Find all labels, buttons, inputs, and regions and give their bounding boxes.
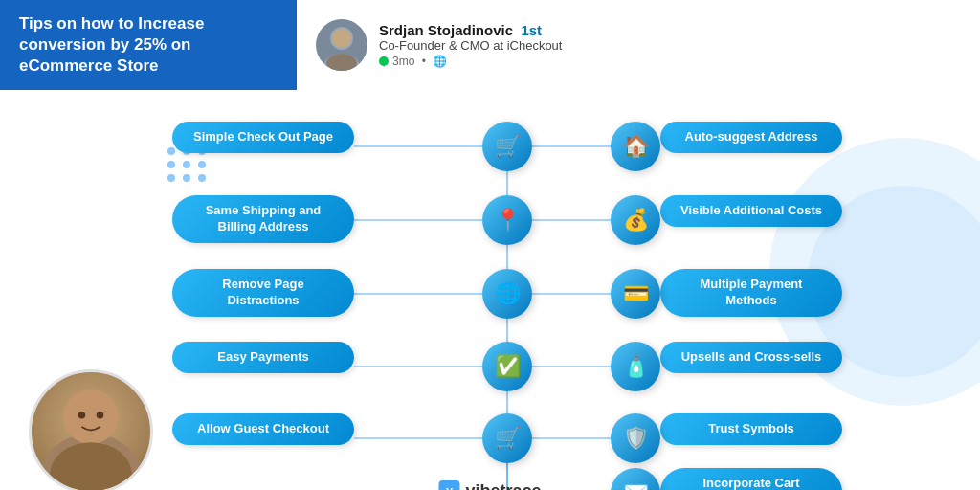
svg-point-2	[332, 29, 351, 48]
same-shipping-label: Same Shipping and Billing Address	[172, 195, 354, 243]
vibetrace-branding: v vibetrace	[438, 480, 541, 490]
icon-cart-1: 🛒	[482, 122, 532, 171]
avatar	[316, 19, 368, 71]
profile-info: Srdjan Stojadinovic 1st Co-Founder & CMO…	[379, 22, 562, 68]
profile-badge: 1st	[521, 22, 542, 38]
simple-checkout-label: Simple Check Out Page	[172, 122, 354, 153]
icon-globe: 🌐	[482, 269, 532, 319]
profile-title: Co-Founder & CMO at iCheckout	[379, 38, 562, 53]
header: Tips on how to Increase conversion by 25…	[0, 0, 980, 90]
icon-email: ✉️	[611, 468, 660, 490]
post-time: 3mo	[392, 55, 414, 68]
icon-location: 📍	[482, 195, 532, 245]
cart-abandonment-label: Incorporate Cart Abandonment Emails	[660, 468, 842, 490]
vibetrace-text: vibetrace	[465, 481, 541, 490]
globe-icon: 🌐	[433, 55, 447, 68]
header-title-box: Tips on how to Increase conversion by 25…	[0, 0, 297, 90]
svg-point-7	[78, 412, 86, 419]
online-indicator	[379, 56, 389, 66]
icon-card: 💳	[611, 269, 660, 319]
avatar-large	[29, 369, 153, 490]
svg-point-5	[63, 390, 118, 444]
svg-point-8	[97, 412, 104, 419]
icon-upsell: 🧴	[611, 342, 660, 391]
multiple-payment-label: Multiple Payment Methods	[660, 269, 842, 317]
profile-name: Srdjan Stojadinovic 1st	[379, 22, 562, 38]
flowchart: Simple Check Out Page Same Shipping and …	[172, 95, 842, 490]
auto-suggest-label: Auto-suggest Address	[660, 122, 842, 153]
icon-payment: ✅	[482, 342, 532, 391]
remove-distractions-label: Remove Page Distractions	[172, 269, 354, 317]
profile-meta: 3mo • 🌐	[379, 55, 562, 68]
visible-costs-label: Visible Additional Costs	[660, 195, 842, 227]
header-profile: Srdjan Stojadinovic 1st Co-Founder & CMO…	[297, 10, 581, 80]
icon-cart-2: 🛒	[482, 413, 532, 463]
trust-symbols-label: Trust Symbols	[660, 413, 842, 445]
icon-home: 🏠	[611, 122, 660, 171]
icon-coins: 💰	[611, 195, 660, 245]
header-title: Tips on how to Increase conversion by 25…	[19, 13, 278, 77]
upsells-label: Upsells and Cross-sells	[660, 342, 842, 373]
main-content: Simple Check Out Page Same Shipping and …	[0, 90, 980, 490]
easy-payments-label: Easy Payments	[172, 342, 354, 373]
vibetrace-icon: v	[438, 480, 459, 490]
icon-shield: 🛡️	[611, 413, 660, 463]
guest-checkout-label: Allow Guest Checkout	[172, 413, 354, 445]
